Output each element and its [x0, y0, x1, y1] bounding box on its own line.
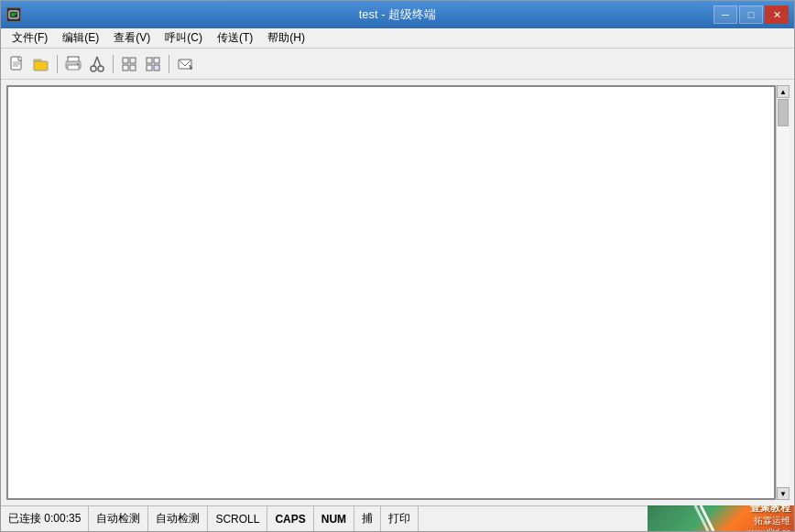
- svg-rect-24: [154, 65, 159, 71]
- scroll-up-button[interactable]: ▲: [777, 85, 790, 98]
- app-icon: [6, 7, 21, 22]
- scroll-thumb[interactable]: [778, 99, 789, 126]
- svg-rect-18: [130, 58, 136, 63]
- toolbar-open-button[interactable]: [30, 53, 52, 75]
- svg-rect-22: [154, 58, 159, 63]
- svg-line-15: [93, 57, 97, 67]
- logo-area: 壹聚教程 拓霖运维 www.tlltd.cn: [648, 505, 794, 531]
- svg-rect-23: [147, 65, 152, 71]
- menu-help[interactable]: 帮助(H): [260, 28, 312, 48]
- logo-slash-icon: [693, 505, 721, 531]
- svg-rect-17: [123, 58, 128, 63]
- toolbar-sep-3: [169, 55, 169, 73]
- app-window: test - 超级终端 ─ □ ✕ 文件(F) 编辑(E) 查看(V) 呼叫(C…: [0, 0, 795, 532]
- svg-rect-8: [34, 61, 48, 71]
- menu-transfer[interactable]: 传送(T): [210, 28, 260, 48]
- terminal-area[interactable]: [6, 85, 776, 500]
- status-caps: CAPS: [267, 506, 313, 531]
- toolbar-grid-button[interactable]: [118, 53, 140, 75]
- toolbar-new-button[interactable]: [6, 53, 28, 75]
- maximize-button[interactable]: □: [739, 5, 763, 24]
- svg-point-12: [77, 63, 79, 65]
- status-scroll: SCROLL: [208, 506, 267, 531]
- status-capture: 捕: [354, 506, 381, 531]
- scroll-track[interactable]: [777, 98, 789, 487]
- menubar: 文件(F) 编辑(E) 查看(V) 呼叫(C) 传送(T) 帮助(H): [1, 28, 794, 49]
- toolbar: [1, 49, 794, 80]
- main-area: ▲ ▼: [1, 80, 794, 505]
- logo-name: 拓霖运维: [746, 515, 790, 527]
- toolbar-sep-1: [57, 55, 58, 73]
- svg-line-16: [97, 57, 101, 67]
- toolbar-copy-grid-button[interactable]: [142, 53, 164, 75]
- status-connected: 已连接 0:00:35: [1, 506, 89, 531]
- window-controls: ─ □ ✕: [713, 5, 789, 24]
- titlebar-left: [6, 7, 21, 22]
- toolbar-send-button[interactable]: [174, 53, 196, 75]
- menu-file[interactable]: 文件(F): [5, 28, 55, 48]
- close-button[interactable]: ✕: [765, 5, 789, 24]
- menu-edit[interactable]: 编辑(E): [55, 28, 106, 48]
- svg-rect-19: [123, 65, 128, 71]
- logo-site: www.tlltd.cn: [746, 527, 790, 532]
- status-num: NUM: [314, 506, 354, 531]
- logo-brand: 壹聚教程: [746, 505, 790, 515]
- window-title: test - 超级终端: [359, 6, 437, 23]
- toolbar-print-button[interactable]: [62, 53, 84, 75]
- titlebar: test - 超级终端 ─ □ ✕: [1, 1, 794, 28]
- scroll-down-button[interactable]: ▼: [777, 487, 790, 500]
- minimize-button[interactable]: ─: [713, 5, 737, 24]
- status-print: 打印: [381, 506, 419, 531]
- status-auto-detect1: 自动检测: [89, 506, 148, 531]
- status-auto-detect2: 自动检测: [148, 506, 208, 531]
- menu-call[interactable]: 呼叫(C): [158, 28, 210, 48]
- toolbar-sep-2: [113, 55, 114, 73]
- statusbar: 已连接 0:00:35 自动检测 自动检测 SCROLL CAPS NUM 捕 …: [1, 505, 794, 531]
- logo-text: 壹聚教程 拓霖运维 www.tlltd.cn: [746, 505, 790, 531]
- scrollbar-vertical[interactable]: ▲ ▼: [776, 85, 789, 500]
- menu-view[interactable]: 查看(V): [106, 28, 158, 48]
- svg-rect-21: [147, 58, 152, 63]
- svg-rect-11: [68, 65, 79, 70]
- toolbar-cut-button[interactable]: [86, 53, 108, 75]
- svg-rect-20: [130, 65, 136, 71]
- svg-rect-0: [9, 11, 18, 18]
